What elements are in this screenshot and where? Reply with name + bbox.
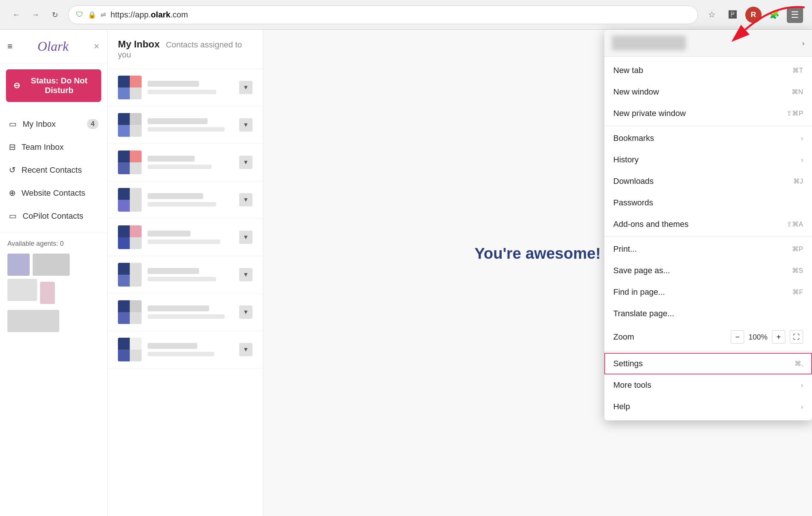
conversation-action-btn[interactable]: ▼ xyxy=(239,231,252,244)
menu-separator xyxy=(604,126,812,126)
conversation-action-btn[interactable]: ▼ xyxy=(239,268,252,281)
menu-item-label: More tools xyxy=(613,380,651,390)
menu-item-addons[interactable]: Add-ons and themes ⇧⌘A xyxy=(604,214,812,235)
conversation-item[interactable]: ▼ xyxy=(108,69,263,106)
conversation-message xyxy=(148,127,225,132)
menu-item-help[interactable]: Help › xyxy=(604,396,812,417)
conversation-action-btn[interactable]: ▼ xyxy=(239,193,252,206)
sidebar-item-my-inbox[interactable]: ▭ My Inbox 4 xyxy=(0,112,107,136)
conversation-name xyxy=(148,343,197,349)
menu-item-label: New tab xyxy=(613,66,643,75)
menu-items-list: New tab ⌘T New window ⌘N New private win… xyxy=(604,57,812,420)
agent-avatar xyxy=(7,279,37,301)
status-button[interactable]: ⊖ Status: Do Not Disturb xyxy=(6,69,101,102)
sidebar-item-website-contacts[interactable]: ⊕ Website Contacts xyxy=(0,182,107,205)
conversation-message xyxy=(148,90,216,94)
conversation-item[interactable]: ▼ xyxy=(108,256,263,294)
split-icon: ⇌ xyxy=(100,11,106,19)
sidebar-close-button[interactable]: ✕ xyxy=(93,42,100,51)
menu-item-translate-page[interactable]: Translate page... xyxy=(604,303,812,324)
conversation-message xyxy=(148,314,225,319)
profile-button[interactable]: R xyxy=(745,7,762,23)
menu-item-label: Settings xyxy=(613,359,643,368)
menu-chevron-right-icon: › xyxy=(801,156,803,164)
status-label: Status: Do Not Disturb xyxy=(24,76,94,95)
menu-item-bookmarks[interactable]: Bookmarks › xyxy=(604,128,812,149)
sidebar-item-team-inbox[interactable]: ⊟ Team Inbox xyxy=(0,136,107,159)
menu-item-shortcut: ⌘N xyxy=(792,88,803,96)
address-bar[interactable]: 🛡 🔒 ⇌ https://app.olark.com xyxy=(68,6,698,24)
forward-button[interactable]: → xyxy=(28,7,43,22)
conversation-name xyxy=(148,231,191,236)
monitor-icon: ▭ xyxy=(9,211,17,221)
conversation-content xyxy=(148,118,233,132)
menu-item-label: Translate page... xyxy=(613,309,674,318)
back-button[interactable]: ← xyxy=(9,7,24,22)
conversation-avatar xyxy=(118,113,142,137)
conversation-action-btn[interactable]: ▼ xyxy=(239,343,252,356)
conversation-message xyxy=(148,239,220,244)
star-button[interactable]: ☆ xyxy=(704,7,720,23)
firefox-menu-button[interactable]: ☰ xyxy=(787,7,803,23)
conversation-action-btn[interactable]: ▼ xyxy=(239,156,252,169)
sidebar-item-recent-contacts[interactable]: ↺ Recent Contacts xyxy=(0,159,107,182)
menu-item-label: Save page as... xyxy=(613,266,670,275)
conversation-item[interactable]: ▼ xyxy=(108,331,263,368)
conversation-item[interactable]: ▼ xyxy=(108,144,263,181)
menu-profile-area xyxy=(612,36,686,50)
conversation-item[interactable]: ▼ xyxy=(108,219,263,256)
conversation-avatar xyxy=(118,338,142,361)
browser-actions: ☆ 🅿 R 🧩 ☰ xyxy=(704,7,803,23)
menu-item-more-tools[interactable]: More tools › xyxy=(604,374,812,396)
conversation-content xyxy=(148,193,233,206)
menu-item-passwords[interactable]: Passwords xyxy=(604,192,812,214)
menu-item-new-private-window[interactable]: New private window ⇧⌘P xyxy=(604,103,812,124)
conversation-avatar xyxy=(118,76,142,99)
conversation-item[interactable]: ▼ xyxy=(108,106,263,144)
browser-chrome: ← → ↻ 🛡 🔒 ⇌ https://app.olark.com ☆ 🅿 R … xyxy=(0,0,812,30)
conversation-avatar xyxy=(118,150,142,174)
sidebar-item-label: Team Inbox xyxy=(22,142,64,152)
menu-item-settings[interactable]: Settings ⌘, xyxy=(604,353,812,374)
zoom-controls: − 100% + ⛶ xyxy=(731,330,803,344)
menu-item-save-page[interactable]: Save page as... ⌘S xyxy=(604,260,812,281)
extensions-button[interactable]: 🧩 xyxy=(766,7,782,23)
sidebar-nav: ▭ My Inbox 4 ⊟ Team Inbox ↺ Recent Conta… xyxy=(0,108,107,232)
hamburger-button[interactable]: ≡ xyxy=(7,41,13,52)
conversation-message xyxy=(148,202,216,206)
olark-logo: Olark xyxy=(37,39,69,54)
conversation-name xyxy=(148,193,203,199)
menu-chevron-right-icon: › xyxy=(801,381,803,389)
globe-icon: ⊕ xyxy=(9,188,16,198)
agent-avatar xyxy=(40,282,55,304)
conversation-content xyxy=(148,231,233,244)
menu-item-shortcut: ⇧⌘A xyxy=(786,220,803,228)
conversation-action-btn[interactable]: ▼ xyxy=(239,118,252,132)
agent-avatar xyxy=(7,254,30,276)
menu-item-shortcut: ⌘J xyxy=(793,177,803,185)
refresh-button[interactable]: ↻ xyxy=(47,7,62,22)
lock-icon: 🔒 xyxy=(88,11,96,19)
conversation-item[interactable]: ▼ xyxy=(108,181,263,219)
zoom-plus-button[interactable]: + xyxy=(772,330,785,344)
conversation-item[interactable]: ▼ xyxy=(108,294,263,331)
menu-item-new-window[interactable]: New window ⌘N xyxy=(604,81,812,103)
menu-item-print[interactable]: Print... ⌘P xyxy=(604,238,812,260)
pocket-button[interactable]: 🅿 xyxy=(724,7,741,23)
sidebar-item-copilot-contacts[interactable]: ▭ CoPilot Contacts xyxy=(0,205,107,228)
menu-item-zoom: Zoom − 100% + ⛶ xyxy=(604,324,812,350)
menu-item-new-tab[interactable]: New tab ⌘T xyxy=(604,60,812,81)
menu-item-downloads[interactable]: Downloads ⌘J xyxy=(604,171,812,192)
menu-item-find-in-page[interactable]: Find in page... ⌘F xyxy=(604,281,812,303)
conversation-action-btn[interactable]: ▼ xyxy=(239,81,252,94)
agent-avatar xyxy=(33,254,70,276)
menu-item-shortcut: ⌘, xyxy=(795,360,803,368)
conversation-content xyxy=(148,305,233,319)
zoom-fullscreen-button[interactable]: ⛶ xyxy=(790,330,803,344)
available-agents-section: Available agents: 0 xyxy=(0,232,107,340)
conversation-message xyxy=(148,165,212,169)
conversation-action-btn[interactable]: ▼ xyxy=(239,305,252,319)
zoom-minus-button[interactable]: − xyxy=(731,330,744,344)
main-inbox: My Inbox Contacts assigned to you ▼ xyxy=(108,30,263,516)
menu-item-history[interactable]: History › xyxy=(604,149,812,171)
